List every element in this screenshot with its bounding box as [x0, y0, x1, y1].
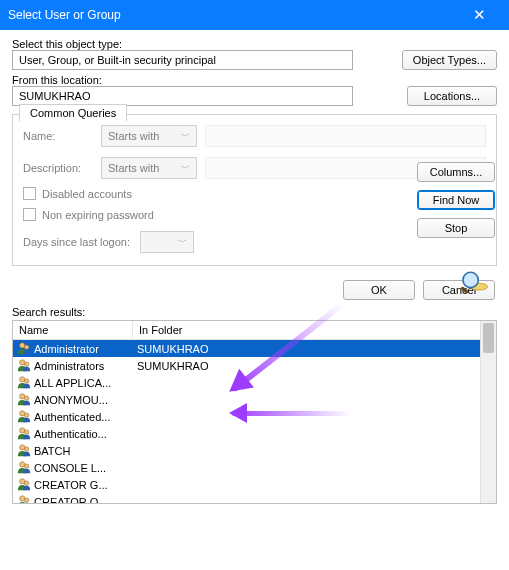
- user-group-icon: [17, 409, 31, 425]
- user-group-icon: [17, 341, 31, 357]
- user-group-icon: [17, 375, 31, 391]
- svg-point-10: [20, 427, 25, 432]
- user-group-icon: [17, 358, 31, 374]
- result-name: BATCH: [34, 445, 70, 457]
- ok-button[interactable]: OK: [343, 280, 415, 300]
- name-input[interactable]: [205, 125, 486, 147]
- svg-point-3: [24, 361, 28, 365]
- result-name: CREATOR O...: [34, 496, 108, 505]
- checkbox-icon: [23, 208, 36, 221]
- svg-point-0: [20, 342, 25, 347]
- user-group-icon: [17, 443, 31, 459]
- location-field[interactable]: SUMUKHRAO: [12, 86, 353, 106]
- result-name: Authenticated...: [34, 411, 110, 423]
- user-group-icon: [17, 477, 31, 493]
- titlebar[interactable]: Select User or Group ✕: [0, 0, 509, 30]
- find-now-button[interactable]: Find Now: [417, 190, 495, 210]
- svg-point-14: [20, 461, 25, 466]
- result-name: Authenticatio...: [34, 428, 107, 440]
- location-value: SUMUKHRAO: [19, 90, 91, 102]
- name-match-value: Starts with: [108, 130, 159, 142]
- svg-point-19: [24, 497, 28, 501]
- table-row[interactable]: AdministratorSUMUKHRAO: [13, 340, 496, 357]
- svg-point-1: [24, 344, 28, 348]
- result-name-cell: Administrators: [13, 358, 133, 374]
- svg-point-5: [24, 378, 28, 382]
- svg-point-11: [24, 429, 28, 433]
- stop-button[interactable]: Stop: [417, 218, 495, 238]
- object-type-label: Select this object type:: [12, 38, 497, 50]
- results-header: Name In Folder: [13, 321, 496, 340]
- object-types-button[interactable]: Object Types...: [402, 50, 497, 70]
- column-name[interactable]: Name: [13, 321, 133, 339]
- svg-point-4: [20, 376, 25, 381]
- columns-button[interactable]: Columns...: [417, 162, 495, 182]
- name-match-combo[interactable]: Starts with ﹀: [101, 125, 197, 147]
- result-name-cell: ALL APPLICA...: [13, 375, 133, 391]
- svg-point-12: [20, 444, 25, 449]
- table-row[interactable]: BATCH: [13, 442, 496, 459]
- result-name-cell: Administrator: [13, 341, 133, 357]
- result-name-cell: CREATOR G...: [13, 477, 133, 493]
- result-name-cell: ANONYMOU...: [13, 392, 133, 408]
- result-name-cell: CONSOLE L...: [13, 460, 133, 476]
- svg-point-6: [20, 393, 25, 398]
- table-row[interactable]: AdministratorsSUMUKHRAO: [13, 357, 496, 374]
- user-group-icon: [17, 392, 31, 408]
- object-type-field[interactable]: User, Group, or Built-in security princi…: [12, 50, 353, 70]
- table-row[interactable]: CONSOLE L...: [13, 459, 496, 476]
- result-name: CREATOR G...: [34, 479, 108, 491]
- window-title: Select User or Group: [8, 8, 457, 22]
- svg-point-7: [24, 395, 28, 399]
- user-group-icon: [17, 460, 31, 476]
- table-row[interactable]: ALL APPLICA...: [13, 374, 496, 391]
- close-button[interactable]: ✕: [457, 0, 501, 30]
- chevron-down-icon: ﹀: [178, 236, 187, 249]
- description-match-value: Starts with: [108, 162, 159, 174]
- dialog-content: Select this object type: User, Group, or…: [0, 30, 509, 510]
- disabled-accounts-label: Disabled accounts: [42, 188, 132, 200]
- checkbox-icon: [23, 187, 36, 200]
- svg-point-18: [20, 495, 25, 500]
- result-name-cell: Authenticated...: [13, 409, 133, 425]
- table-row[interactable]: ANONYMOU...: [13, 391, 496, 408]
- svg-point-8: [20, 410, 25, 415]
- table-row[interactable]: CREATOR G...: [13, 476, 496, 493]
- chevron-down-icon: ﹀: [181, 162, 190, 175]
- locations-button[interactable]: Locations...: [407, 86, 497, 106]
- object-type-value: User, Group, or Built-in security princi…: [19, 54, 216, 66]
- table-row[interactable]: CREATOR O...: [13, 493, 496, 504]
- result-name: Administrators: [34, 360, 104, 372]
- description-match-combo[interactable]: Starts with ﹀: [101, 157, 197, 179]
- column-folder[interactable]: In Folder: [133, 321, 496, 339]
- svg-point-15: [24, 463, 28, 467]
- result-name: ANONYMOU...: [34, 394, 108, 406]
- result-name: Administrator: [34, 343, 99, 355]
- result-name: CONSOLE L...: [34, 462, 106, 474]
- days-since-logon-combo[interactable]: ﹀: [140, 231, 194, 253]
- close-icon: ✕: [473, 6, 486, 24]
- common-queries-tab[interactable]: Common Queries: [19, 104, 127, 122]
- svg-point-17: [24, 480, 28, 484]
- search-results-list[interactable]: Name In Folder AdministratorSUMUKHRAOAdm…: [12, 320, 497, 504]
- location-label: From this location:: [12, 74, 497, 86]
- result-name-cell: Authenticatio...: [13, 426, 133, 442]
- find-icon: [457, 268, 491, 302]
- search-results-label: Search results:: [12, 306, 497, 318]
- user-group-icon: [17, 494, 31, 505]
- result-folder-cell: SUMUKHRAO: [133, 343, 496, 355]
- result-name: ALL APPLICA...: [34, 377, 111, 389]
- scrollbar[interactable]: [480, 321, 496, 503]
- svg-point-2: [20, 359, 25, 364]
- scrollbar-thumb[interactable]: [483, 323, 494, 353]
- result-name-cell: CREATOR O...: [13, 494, 133, 505]
- table-row[interactable]: Authenticatio...: [13, 425, 496, 442]
- svg-point-21: [463, 272, 478, 287]
- chevron-down-icon: ﹀: [181, 130, 190, 143]
- description-label: Description:: [23, 162, 93, 174]
- days-since-logon-label: Days since last logon:: [23, 236, 130, 248]
- svg-point-9: [24, 412, 28, 416]
- result-folder-cell: SUMUKHRAO: [133, 360, 496, 372]
- result-name-cell: BATCH: [13, 443, 133, 459]
- table-row[interactable]: Authenticated...: [13, 408, 496, 425]
